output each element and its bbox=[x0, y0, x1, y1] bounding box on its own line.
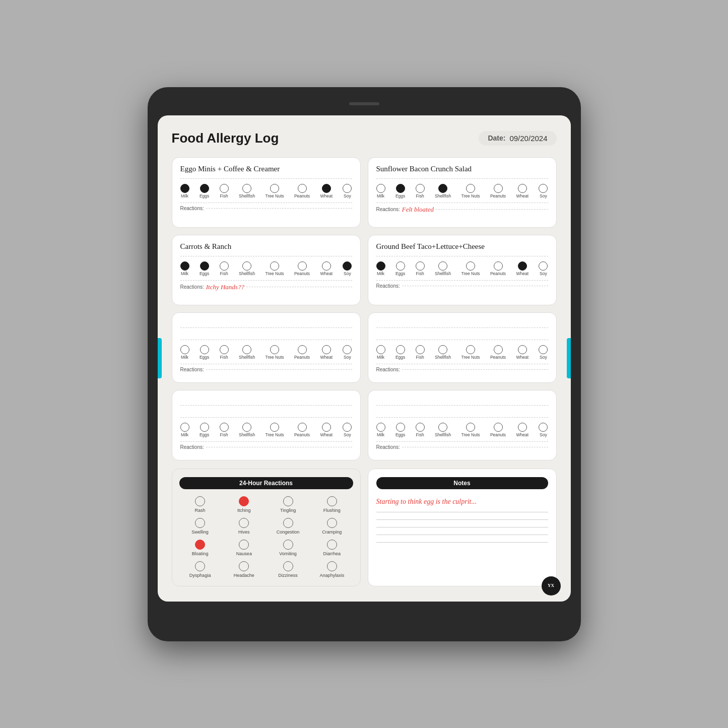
allergen-circle-peanuts bbox=[494, 261, 503, 271]
allergen-label-shellfish: Shellfish bbox=[435, 194, 451, 198]
meal-name: Ground Beef Taco+Lettuce+Cheese bbox=[376, 242, 548, 256]
allergen-label-milk: Milk bbox=[377, 433, 384, 437]
reactions-label: Reactions: bbox=[376, 367, 400, 372]
reactions-row: Reactions: Felt bloated bbox=[376, 203, 548, 214]
allergen-circle-shellfish bbox=[242, 345, 251, 354]
allergen-circle-wheat bbox=[322, 345, 331, 354]
reaction-circle-rash bbox=[195, 496, 205, 506]
allergen-item-fish: Fish bbox=[416, 261, 425, 276]
allergen-label-tree nuts: Tree Nuts bbox=[461, 355, 480, 360]
reaction-item-bloating: Bloating bbox=[179, 540, 221, 556]
allergen-item-shellfish: Shellfish bbox=[239, 261, 255, 276]
allergen-label-wheat: Wheat bbox=[516, 355, 528, 360]
allergen-circle-eggs bbox=[200, 423, 209, 432]
allergen-label-wheat: Wheat bbox=[516, 194, 528, 198]
allergen-circle-eggs bbox=[396, 261, 405, 271]
meal-name-empty bbox=[376, 320, 548, 328]
allergen-item-peanuts: Peanuts bbox=[490, 261, 506, 276]
allergen-label-milk: Milk bbox=[181, 355, 188, 360]
allergen-circle-soy bbox=[343, 261, 352, 271]
reaction-item-swelling: Swelling bbox=[179, 518, 221, 535]
reaction-label-anaphylaxis: Anaphylaxis bbox=[320, 573, 345, 578]
allergen-label-fish: Fish bbox=[416, 194, 424, 198]
notes-line-3 bbox=[376, 527, 548, 527]
reaction-circle-dizziness bbox=[283, 561, 293, 571]
allergen-circle-milk bbox=[376, 261, 385, 271]
allergen-item-soy: Soy bbox=[539, 184, 548, 198]
allergen-circle-eggs bbox=[396, 423, 405, 432]
reactions-row: Reactions: bbox=[376, 280, 548, 289]
allergen-item-tree nuts: Tree Nuts bbox=[266, 345, 284, 360]
reaction-item-cramping: Cramping bbox=[311, 518, 353, 535]
allergen-label-shellfish: Shellfish bbox=[239, 355, 255, 360]
allergen-item-eggs: Eggs bbox=[395, 184, 405, 198]
allergen-row: Milk Eggs Fish Shellfish Tree Nuts bbox=[180, 184, 352, 198]
allergen-item-eggs: Eggs bbox=[200, 261, 209, 276]
reactions-row: Reactions: bbox=[180, 203, 352, 211]
allergen-circle-peanuts bbox=[494, 184, 503, 193]
meal-card-5: Milk Eggs Fish Shellfish Tree Nuts bbox=[172, 312, 361, 383]
allergen-item-eggs: Eggs bbox=[395, 345, 405, 360]
meal-card-2: Sunflower Bacon Crunch Salad Milk Eggs F… bbox=[368, 157, 557, 228]
allergen-label-eggs: Eggs bbox=[395, 355, 405, 360]
allergen-label-soy: Soy bbox=[344, 355, 351, 360]
allergen-circle-shellfish bbox=[438, 423, 447, 432]
reactions-line bbox=[206, 208, 352, 209]
allergen-circle-milk bbox=[376, 423, 385, 432]
reactions-row: Reactions: bbox=[376, 364, 548, 372]
page-title: Food Allergy Log bbox=[172, 130, 279, 146]
date-label: Date: bbox=[488, 134, 505, 142]
allergen-circle-eggs bbox=[396, 345, 405, 354]
reaction-circle-vomiting bbox=[283, 540, 293, 550]
reaction-label-flushing: Flushing bbox=[323, 508, 341, 513]
meal-name-empty2 bbox=[376, 332, 548, 340]
allergen-label-soy: Soy bbox=[540, 194, 547, 198]
allergen-label-wheat: Wheat bbox=[320, 433, 333, 437]
reaction-item-headache: Headache bbox=[223, 561, 265, 578]
allergen-circle-peanuts bbox=[298, 345, 307, 354]
reactions-label: Reactions: bbox=[180, 284, 204, 290]
allergen-circle-soy bbox=[343, 423, 352, 432]
allergen-label-peanuts: Peanuts bbox=[294, 194, 310, 198]
allergen-circle-soy bbox=[343, 345, 352, 354]
allergen-item-tree nuts: Tree Nuts bbox=[461, 261, 480, 276]
allergen-item-soy: Soy bbox=[343, 184, 352, 198]
reaction-circle-congestion bbox=[283, 518, 293, 528]
allergen-circle-fish bbox=[220, 261, 229, 271]
allergen-item-milk: Milk bbox=[180, 184, 189, 198]
meal-name: Sunflower Bacon Crunch Salad bbox=[376, 165, 548, 179]
allergen-label-milk: Milk bbox=[377, 272, 384, 276]
reaction-label-diarrhea: Diarrhea bbox=[323, 551, 341, 556]
reaction-circle-flushing bbox=[327, 496, 337, 506]
allergen-circle-tree nuts bbox=[270, 261, 279, 271]
allergen-label-fish: Fish bbox=[220, 194, 228, 198]
allergen-label-peanuts: Peanuts bbox=[294, 433, 310, 437]
notes-title: Notes bbox=[376, 477, 548, 489]
allergen-label-tree nuts: Tree Nuts bbox=[461, 272, 480, 276]
allergen-label-tree nuts: Tree Nuts bbox=[266, 355, 284, 360]
allergen-label-eggs: Eggs bbox=[200, 194, 209, 198]
reaction-circle-headache bbox=[239, 561, 249, 571]
allergen-label-tree nuts: Tree Nuts bbox=[266, 194, 284, 198]
allergen-item-milk: Milk bbox=[180, 423, 189, 437]
allergen-circle-eggs bbox=[396, 184, 405, 193]
allergen-item-milk: Milk bbox=[376, 345, 385, 360]
reaction-item-tingling: Tingling bbox=[267, 496, 309, 513]
allergen-item-shellfish: Shellfish bbox=[435, 423, 451, 437]
allergen-circle-tree nuts bbox=[270, 345, 279, 354]
allergen-row: Milk Eggs Fish Shellfish Tree Nuts bbox=[180, 345, 352, 360]
reactions-row: Reactions: bbox=[180, 364, 352, 372]
allergen-row: Milk Eggs Fish Shellfish Tree Nuts bbox=[376, 261, 548, 276]
allergen-item-eggs: Eggs bbox=[200, 345, 209, 360]
allergen-item-fish: Fish bbox=[220, 423, 229, 437]
reaction-circle-swelling bbox=[195, 518, 205, 528]
allergen-label-fish: Fish bbox=[416, 355, 424, 360]
meal-name-empty bbox=[376, 398, 548, 406]
allergen-item-fish: Fish bbox=[416, 184, 425, 198]
allergen-circle-soy bbox=[539, 423, 548, 432]
meal-card-4: Ground Beef Taco+Lettuce+Cheese Milk Egg… bbox=[368, 235, 557, 305]
allergen-circle-fish bbox=[416, 261, 425, 271]
allergen-item-shellfish: Shellfish bbox=[239, 423, 255, 437]
allergen-item-soy: Soy bbox=[343, 423, 352, 437]
allergen-item-milk: Milk bbox=[376, 261, 385, 276]
